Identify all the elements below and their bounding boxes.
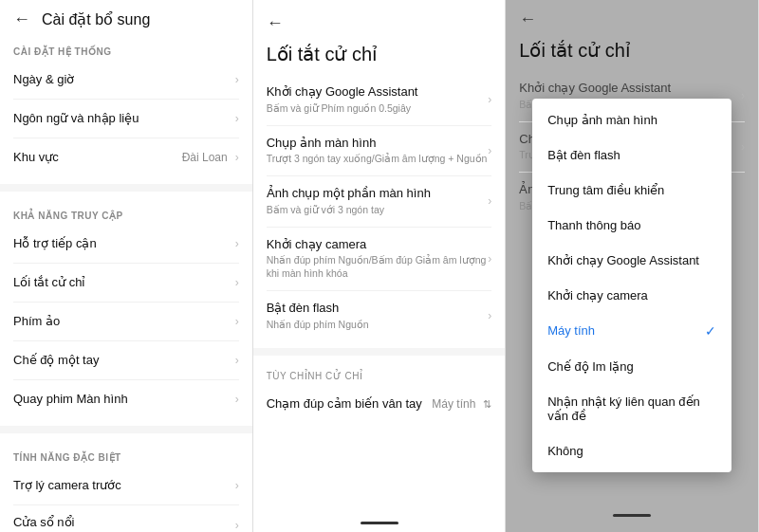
menu-item-virtual-keyboard[interactable]: Phím ảo ›: [0, 303, 252, 340]
chevron-icon: ›: [235, 276, 239, 289]
check-icon: ✓: [705, 323, 716, 339]
dropdown-item-assistant[interactable]: Khởi chạy Google Assistant: [532, 243, 731, 278]
menu-item-screenrecord[interactable]: Quay phim Màn hình ›: [0, 380, 252, 418]
gesture-item-camera[interactable]: Khởi chạy camera Nhấn đúp phím Nguồn/Bấm…: [253, 228, 506, 290]
dropdown-item-control-center[interactable]: Trung tâm điều khiển: [532, 173, 731, 208]
chevron-icon: ›: [488, 144, 491, 157]
chevron-icon: ›: [488, 309, 491, 322]
panel2-header: ←: [253, 0, 506, 39]
dropdown-item-none[interactable]: Không: [532, 433, 731, 468]
chevron-icon: ›: [235, 393, 239, 406]
menu-item-accessibility[interactable]: Hỗ trợ tiếp cận ›: [0, 225, 252, 263]
back-button-1[interactable]: ←: [13, 9, 30, 29]
gesture-item-screenshot[interactable]: Chụp ảnh màn hình Trượt 3 ngón tay xuống…: [253, 126, 506, 176]
section-label-accessibility: KHẢ NĂNG TRUY CẬP: [0, 199, 252, 225]
chevron-icon: ›: [235, 237, 239, 250]
dropdown-menu: Chụp ảnh màn hình Bật đèn flash Trung tâ…: [532, 99, 731, 472]
panel-gestures: ← Lối tắt cử chỉ Khởi chạy Google Assist…: [253, 0, 507, 532]
menu-item-language[interactable]: Ngôn ngữ và nhập liệu ›: [0, 100, 252, 138]
chevron-icon: ›: [235, 112, 239, 125]
dropdown-item-silent[interactable]: Chế độ Im lặng: [532, 349, 731, 384]
panel-gestures-overlay: ← Lối tắt cử chỉ Khởi chạy Google Assist…: [506, 0, 759, 532]
section-label-special: TÍNH NĂNG ĐẶC BIỆT: [0, 441, 252, 467]
menu-item-floating-window[interactable]: Cửa sổ nổi ›: [0, 505, 252, 532]
dropdown-item-notification[interactable]: Thanh thông báo: [532, 208, 731, 243]
bottom-nav-bar-2: [361, 522, 398, 524]
gesture-item-flash[interactable]: Bật đèn flash Nhấn đúp phím Nguồn ›: [253, 291, 506, 341]
menu-item-shortcuts[interactable]: Lối tắt cử chỉ ›: [0, 264, 252, 302]
panel-settings: ← Cài đặt bổ sung CÀI ĐẶT HỆ THỐNG Ngày …: [0, 0, 253, 532]
dropdown-item-log[interactable]: Nhận nhật ký liên quan đến vấn đề: [532, 384, 731, 433]
chevron-icon: ›: [235, 151, 239, 164]
dropdown-item-calculator[interactable]: Máy tính ✓: [532, 313, 731, 349]
dropdown-item-flash[interactable]: Bật đèn flash: [532, 138, 731, 173]
dropdown-overlay: Chụp ảnh màn hình Bật đèn flash Trung tâ…: [506, 0, 758, 532]
section-label-system: CÀI ĐẶT HỆ THỐNG: [0, 35, 252, 61]
chevron-icon: ›: [488, 93, 491, 106]
dropdown-item-launch-camera[interactable]: Khởi chạy camera: [532, 278, 731, 313]
menu-item-camera-assist[interactable]: Trợ lý camera trước ›: [0, 467, 252, 504]
chevron-icon: ›: [235, 315, 239, 328]
chevron-icon: ›: [488, 194, 491, 208]
panel1-header: ← Cài đặt bổ sung: [0, 0, 252, 35]
panel1-title: Cài đặt bổ sung: [42, 10, 150, 28]
section-divider: [0, 184, 252, 192]
chevron-icon: ›: [235, 519, 239, 532]
menu-item-region[interactable]: Khu vực Đài Loan ›: [0, 138, 252, 176]
panel2-title: Lối tắt cử chỉ: [253, 39, 506, 75]
chevron-icon: ›: [488, 252, 491, 266]
gesture-item-assistant[interactable]: Khởi chạy Google Assistant Bấm và giữ Ph…: [253, 75, 506, 125]
menu-item-onehand[interactable]: Chế độ một tay ›: [0, 341, 252, 379]
panel2-content: Khởi chạy Google Assistant Bấm và giữ Ph…: [253, 75, 506, 516]
chevron-icon: ›: [235, 479, 239, 492]
chevron-icon: ›: [235, 354, 239, 367]
chevron-icon: ›: [235, 73, 239, 86]
menu-item-date[interactable]: Ngày & giờ ›: [0, 61, 252, 99]
gesture-item-partial-screenshot[interactable]: Ảnh chụp một phần màn hình Bấm và giữ vớ…: [253, 176, 506, 227]
section-divider: [253, 348, 506, 356]
spinner-icon: ⇅: [483, 398, 491, 411]
tuychinhcu-label: TÙY CHỈNH CỬ CHỈ: [253, 363, 506, 385]
dropdown-item-screenshot[interactable]: Chụp ảnh màn hình: [532, 102, 731, 138]
panel1-content: CÀI ĐẶT HỆ THỐNG Ngày & giờ › Ngôn ngữ v…: [0, 35, 252, 532]
section-divider: [0, 426, 252, 433]
back-button-2[interactable]: ←: [267, 13, 284, 33]
gesture-item-fingerprint[interactable]: Chạm đúp cảm biến vân tay Máy tính ⇅: [253, 385, 506, 423]
